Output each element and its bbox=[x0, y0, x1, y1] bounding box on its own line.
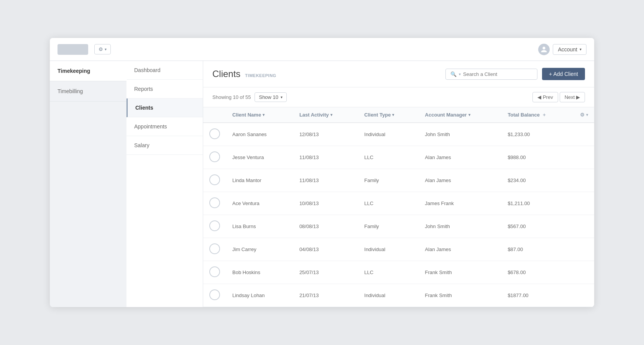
row-settings bbox=[574, 169, 594, 192]
table-row[interactable]: Jesse Ventura 11/08/13 LLC Alan James $9… bbox=[203, 146, 594, 169]
search-box: 🔍 ▾ bbox=[445, 69, 537, 80]
app-container: ⚙ ▾ Account ▾ Timekeeping Timebilling bbox=[50, 38, 594, 307]
row-account-manager: James Frank bbox=[419, 192, 502, 215]
row-total-balance: $1,233.00 bbox=[501, 123, 574, 146]
col-total-balance[interactable]: Total Balance + bbox=[501, 107, 574, 123]
showing-info: Showing 10 of 55 Show 10 ▾ bbox=[212, 92, 287, 102]
sidebar-item-salary[interactable]: Salary bbox=[127, 136, 203, 155]
add-column-icon[interactable]: + bbox=[543, 112, 546, 118]
row-settings bbox=[574, 261, 594, 284]
table-row[interactable]: Aaron Sananes 12/08/13 Individual John S… bbox=[203, 123, 594, 146]
row-settings bbox=[574, 284, 594, 307]
show-select[interactable]: Show 10 ▾ bbox=[255, 92, 287, 102]
row-checkbox[interactable] bbox=[209, 151, 220, 162]
show-select-label: Show 10 bbox=[259, 94, 278, 100]
table-settings-icon[interactable]: ⚙ bbox=[580, 112, 585, 118]
row-client-type: LLC bbox=[358, 146, 419, 169]
top-nav: ⚙ ▾ Account ▾ bbox=[50, 38, 594, 61]
row-checkbox[interactable] bbox=[209, 266, 220, 277]
col-checkbox bbox=[203, 107, 226, 123]
row-client-name: Lisa Burns bbox=[226, 215, 293, 238]
add-client-label: + Add Client bbox=[549, 71, 578, 77]
search-icon: 🔍 bbox=[450, 71, 457, 77]
top-nav-right: Account ▾ bbox=[538, 44, 586, 55]
logo bbox=[58, 44, 88, 55]
account-dropdown-icon: ▾ bbox=[580, 47, 582, 51]
row-client-type: Family bbox=[358, 169, 419, 192]
row-total-balance: $988.00 bbox=[501, 146, 574, 169]
row-last-activity: 10/08/13 bbox=[293, 192, 358, 215]
row-settings bbox=[574, 146, 594, 169]
row-last-activity: 08/08/13 bbox=[293, 215, 358, 238]
prev-button[interactable]: ◀ Prev bbox=[532, 92, 558, 102]
account-label: Account bbox=[558, 46, 577, 53]
table-row[interactable]: Bob Hoskins 25/07/13 LLC Frank Smith $67… bbox=[203, 261, 594, 284]
table-row[interactable]: Linda Mantor 11/08/13 Family Alan James … bbox=[203, 169, 594, 192]
showing-text: Showing 10 of 55 bbox=[212, 94, 251, 100]
sort-last-activity-icon: ▾ bbox=[330, 113, 332, 117]
search-dropdown-icon[interactable]: ▾ bbox=[459, 72, 461, 76]
row-settings bbox=[574, 192, 594, 215]
row-client-type: LLC bbox=[358, 261, 419, 284]
row-last-activity: 11/08/13 bbox=[293, 169, 358, 192]
row-client-name: Aaron Sananes bbox=[226, 123, 293, 146]
avatar bbox=[538, 44, 550, 55]
gear-button[interactable]: ⚙ ▾ bbox=[94, 44, 111, 54]
sidebar-item-timebilling[interactable]: Timebilling bbox=[50, 81, 127, 102]
content-area: Clients TIMEKEEPING 🔍 ▾ + Add Client bbox=[203, 61, 594, 307]
row-settings bbox=[574, 215, 594, 238]
row-client-name: Linda Mantor bbox=[226, 169, 293, 192]
row-account-manager: Frank Smith bbox=[419, 284, 502, 307]
sidebar-item-clients[interactable]: Clients bbox=[127, 99, 203, 117]
row-settings bbox=[574, 238, 594, 261]
row-checkbox-cell bbox=[203, 123, 226, 146]
row-last-activity: 12/08/13 bbox=[293, 123, 358, 146]
col-client-name[interactable]: Client Name ▾ bbox=[226, 107, 293, 123]
gear-icon: ⚙ bbox=[99, 46, 103, 52]
page-title: Clients bbox=[212, 69, 240, 79]
row-last-activity: 04/08/13 bbox=[293, 238, 358, 261]
row-total-balance: $567.00 bbox=[501, 215, 574, 238]
row-account-manager: Alan James bbox=[419, 146, 502, 169]
row-checkbox[interactable] bbox=[209, 243, 220, 254]
row-last-activity: 11/08/13 bbox=[293, 146, 358, 169]
row-account-manager: Alan James bbox=[419, 169, 502, 192]
search-input[interactable] bbox=[463, 71, 532, 77]
sort-client-type-icon: ▾ bbox=[392, 113, 394, 117]
col-last-activity[interactable]: Last Activity ▾ bbox=[293, 107, 358, 123]
row-client-type: Family bbox=[358, 215, 419, 238]
row-checkbox-cell bbox=[203, 146, 226, 169]
sidebar-item-timekeeping[interactable]: Timekeeping bbox=[50, 61, 127, 81]
add-client-button[interactable]: + Add Client bbox=[542, 68, 585, 80]
table-body: Aaron Sananes 12/08/13 Individual John S… bbox=[203, 123, 594, 307]
account-button[interactable]: Account ▾ bbox=[553, 44, 586, 55]
col-client-type[interactable]: Client Type ▾ bbox=[358, 107, 419, 123]
table-row[interactable]: Jim Carrey 04/08/13 Individual Alan Jame… bbox=[203, 238, 594, 261]
sidebar-item-appointments[interactable]: Appointments bbox=[127, 117, 203, 136]
breadcrumb: TIMEKEEPING bbox=[245, 73, 276, 78]
sidebar-item-reports[interactable]: Reports bbox=[127, 80, 203, 99]
row-checkbox-cell bbox=[203, 238, 226, 261]
row-account-manager: John Smith bbox=[419, 123, 502, 146]
row-checkbox-cell bbox=[203, 169, 226, 192]
row-last-activity: 25/07/13 bbox=[293, 261, 358, 284]
col-account-manager[interactable]: Account Manager ▾ bbox=[419, 107, 502, 123]
row-checkbox[interactable] bbox=[209, 174, 220, 185]
row-total-balance: $1,211.00 bbox=[501, 192, 574, 215]
row-settings bbox=[574, 123, 594, 146]
next-button[interactable]: Next ▶ bbox=[560, 92, 585, 102]
row-client-name: Bob Hoskins bbox=[226, 261, 293, 284]
row-checkbox[interactable] bbox=[209, 289, 220, 300]
row-checkbox[interactable] bbox=[209, 128, 220, 139]
row-checkbox[interactable] bbox=[209, 197, 220, 208]
table-row[interactable]: Lindsay Lohan 21/07/13 Individual Frank … bbox=[203, 284, 594, 307]
row-checkbox-cell bbox=[203, 192, 226, 215]
table-row[interactable]: Ace Ventura 10/08/13 LLC James Frank $1,… bbox=[203, 192, 594, 215]
row-checkbox[interactable] bbox=[209, 220, 220, 231]
table-row[interactable]: Lisa Burns 08/08/13 Family John Smith $5… bbox=[203, 215, 594, 238]
table-settings-dropdown-icon: ▾ bbox=[586, 113, 588, 117]
left-sidebar: Timekeeping Timebilling bbox=[50, 61, 127, 307]
row-checkbox-cell bbox=[203, 284, 226, 307]
gear-dropdown-icon: ▾ bbox=[105, 47, 107, 51]
sidebar-item-dashboard[interactable]: Dashboard bbox=[127, 61, 203, 80]
